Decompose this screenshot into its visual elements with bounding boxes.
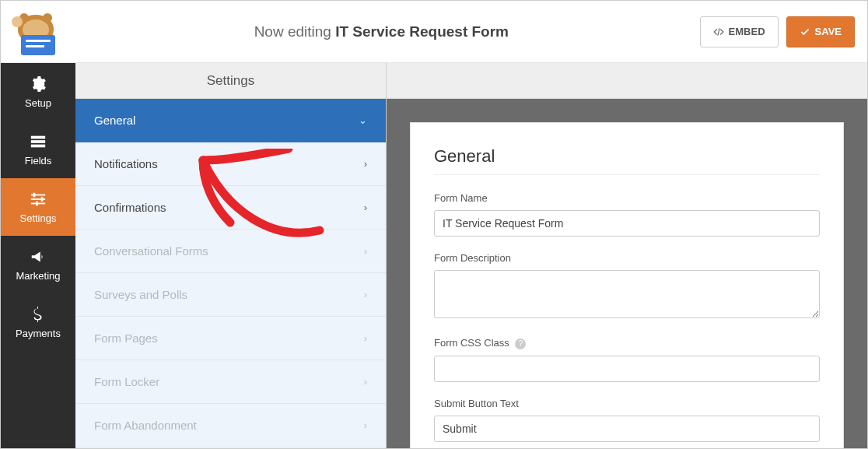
editing-form-name: IT Service Request Form	[335, 23, 509, 40]
form-css-class-label: Form CSS Class ?	[434, 337, 820, 349]
form-description-input[interactable]	[434, 270, 820, 318]
field-submit-button-text: Submit Button Text	[434, 398, 820, 442]
settings-item-notifications[interactable]: Notifications ›	[75, 142, 386, 186]
editing-prefix: Now editing	[254, 23, 336, 40]
settings-item-label: Form Abandonment	[94, 419, 197, 432]
submit-button-text-label: Submit Button Text	[434, 398, 820, 409]
settings-item-surveys-polls[interactable]: Surveys and Polls ›	[75, 273, 386, 317]
svg-rect-2	[31, 144, 45, 147]
iconbar-label: Fields	[25, 155, 52, 167]
settings-item-label: Confirmations	[94, 201, 166, 214]
submit-button-text-input[interactable]	[434, 416, 820, 442]
list-icon	[30, 133, 47, 150]
form-name-label: Form Name	[434, 192, 820, 204]
workspace: Setup Fields Settings Marketing Payments	[1, 63, 867, 449]
svg-rect-0	[31, 135, 45, 139]
iconbar-item-setup[interactable]: Setup	[1, 63, 75, 121]
settings-item-form-locker[interactable]: Form Locker ›	[75, 360, 386, 404]
field-form-description: Form Description	[434, 252, 820, 321]
embed-label: EMBED	[729, 26, 765, 37]
bullhorn-icon	[30, 248, 47, 265]
chevron-right-icon: ›	[364, 158, 367, 170]
iconbar-item-settings[interactable]: Settings	[1, 178, 75, 236]
svg-rect-7	[41, 197, 44, 202]
settings-item-label: Conversational Forms	[94, 244, 208, 258]
settings-item-label: General	[94, 114, 135, 127]
general-settings-card: General Form Name Form Description Form …	[410, 122, 844, 449]
check-icon	[800, 26, 810, 37]
settings-panel: Settings General ⌄ Notifications › Confi…	[75, 63, 387, 449]
iconbar-label: Setup	[25, 97, 51, 109]
settings-item-confirmations[interactable]: Confirmations ›	[75, 186, 386, 230]
header-actions: EMBED SAVE	[700, 16, 855, 47]
sliders-icon	[30, 191, 47, 208]
settings-item-label: Surveys and Polls	[94, 288, 187, 301]
chevron-down-icon: ⌄	[359, 114, 367, 126]
iconbar-label: Payments	[16, 328, 61, 339]
chevron-right-icon: ›	[364, 376, 367, 388]
chevron-right-icon: ›	[364, 202, 367, 213]
help-icon[interactable]: ?	[515, 339, 526, 349]
form-description-label: Form Description	[434, 252, 820, 264]
form-css-class-label-text: Form CSS Class	[434, 337, 509, 349]
svg-rect-3	[31, 194, 45, 195]
settings-item-form-abandonment[interactable]: Form Abandonment ›	[75, 404, 386, 447]
chevron-right-icon: ›	[364, 289, 367, 300]
gear-icon	[30, 75, 47, 93]
page-title: Now editing IT Service Request Form	[63, 23, 700, 40]
save-button[interactable]: SAVE	[786, 16, 855, 47]
canvas-title-bar	[387, 63, 867, 99]
dollar-icon	[30, 306, 47, 323]
code-icon	[713, 26, 724, 37]
settings-item-conversational-forms[interactable]: Conversational Forms ›	[75, 230, 386, 273]
brand-logo	[9, 9, 63, 55]
iconbar-item-payments[interactable]: Payments	[1, 293, 75, 351]
primary-iconbar: Setup Fields Settings Marketing Payments	[1, 63, 75, 449]
settings-item-general[interactable]: General ⌄	[75, 99, 386, 142]
iconbar-item-fields[interactable]: Fields	[1, 121, 75, 178]
settings-panel-title: Settings	[75, 63, 386, 99]
iconbar-label: Marketing	[16, 270, 60, 282]
chevron-right-icon: ›	[364, 332, 367, 344]
svg-rect-6	[33, 192, 36, 197]
main-area: General Form Name Form Description Form …	[387, 63, 867, 449]
iconbar-label: Settings	[20, 212, 57, 224]
iconbar-item-marketing[interactable]: Marketing	[1, 236, 75, 293]
settings-item-label: Form Pages	[94, 331, 158, 345]
form-css-class-input[interactable]	[434, 356, 820, 382]
chevron-right-icon: ›	[364, 419, 367, 431]
settings-item-form-pages[interactable]: Form Pages ›	[75, 317, 386, 360]
form-name-input[interactable]	[434, 210, 820, 237]
card-heading: General	[434, 146, 820, 175]
save-label: SAVE	[815, 26, 842, 37]
chevron-right-icon: ›	[364, 245, 367, 257]
settings-item-label: Form Locker	[94, 375, 159, 388]
svg-rect-8	[36, 201, 38, 205]
field-form-name: Form Name	[434, 192, 820, 237]
embed-button[interactable]: EMBED	[700, 16, 779, 47]
field-form-css-class: Form CSS Class ?	[434, 337, 820, 382]
svg-rect-1	[31, 140, 45, 143]
canvas-scroll: General Form Name Form Description Form …	[387, 99, 867, 449]
settings-item-label: Notifications	[94, 157, 158, 170]
settings-list: General ⌄ Notifications › Confirmations …	[75, 99, 386, 449]
app-header: Now editing IT Service Request Form EMBE…	[1, 1, 867, 63]
